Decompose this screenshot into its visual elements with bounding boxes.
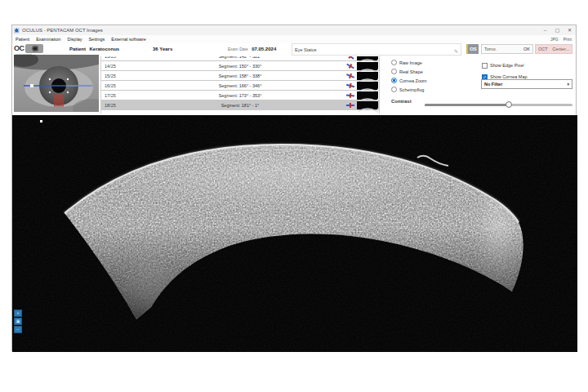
filter-selected-value: No Filter [484, 82, 502, 87]
window-controls: – ▢ ✕ [539, 25, 576, 35]
slider-fill [425, 104, 509, 106]
radio-label: Scheimpflug [399, 87, 424, 92]
segment-label: Segment: 142° - 322° [134, 56, 346, 59]
purkinje-dot-3 [49, 91, 51, 93]
oct-scan-viewport[interactable]: + ▣ − [12, 115, 577, 352]
segment-thumbnail[interactable] [357, 62, 378, 70]
scan-region-marker [55, 95, 64, 106]
radio-label: Raw Image [399, 60, 422, 65]
radio-icon [391, 78, 397, 83]
patient-name-label: Patient [69, 47, 86, 51]
oct-status-box[interactable]: OCT Center... [535, 44, 572, 54]
alignment-dot-marker [40, 120, 42, 122]
segment-direction-icon [345, 80, 355, 90]
segment-label: Segment: 173° - 353° [134, 93, 346, 98]
segment-label: Segment: 158° - 338° [134, 74, 346, 78]
radio-icon [391, 69, 397, 74]
radio-real-shape[interactable]: Real Shape [391, 67, 427, 76]
contrast-label: Contrast [391, 99, 412, 104]
segment-thumbnail[interactable] [357, 82, 378, 90]
exam-info-box[interactable]: Eye Status Exam Info Enter Info... ✎ [292, 43, 461, 56]
tomo-value: OK [523, 47, 530, 51]
minimize-button[interactable]: – [539, 25, 551, 35]
radio-icon [391, 60, 397, 65]
segment-index: 14/25 [101, 64, 134, 69]
segment-thumbnail[interactable] [357, 91, 378, 100]
segment-direction-icon [345, 60, 356, 72]
app-window: OCULUS - PENTACAM OCT Images – ▢ ✕ Patie… [11, 24, 577, 351]
radio-label: Real Shape [399, 69, 423, 74]
segment-index: 17/25 [101, 93, 134, 98]
radio-label: Cornea Zoom [399, 78, 427, 83]
scan-toolbar: + ▣ − [14, 310, 22, 333]
contrast-slider[interactable] [425, 101, 572, 108]
title-bar: OCULUS - PENTACAM OCT Images – ▢ ✕ [12, 25, 576, 35]
eye-camera-image [14, 55, 99, 112]
menu-display[interactable]: Display [64, 37, 85, 42]
segment-thumbnail[interactable] [357, 56, 378, 60]
fixation-dot-marker [30, 84, 34, 88]
edit-pencil-icon[interactable]: ✎ [454, 49, 458, 55]
segment-thumbnail[interactable] [357, 101, 378, 109]
patient-name-value: Keratoconus [89, 47, 119, 51]
oct-label: OCT [538, 47, 548, 51]
maximize-button[interactable]: ▢ [551, 25, 564, 35]
segment-row-18-selected[interactable]: 18/25 Segment: 181° - 1° [101, 100, 379, 110]
segment-row-14[interactable]: 14/25 Segment: 150° - 330° [101, 61, 379, 71]
zoom-out-button[interactable]: − [14, 326, 22, 333]
oct-scan-image [12, 115, 577, 352]
tomo-status-box[interactable]: Tomo. OK [481, 44, 533, 54]
window-title: OCULUS - PENTACAM OCT Images [22, 28, 103, 33]
segment-rows: 13/25 Segment: 142° - 322° 14/25 Segment… [101, 56, 379, 110]
exam-date-label: Exam Date [228, 47, 248, 51]
menu-examination[interactable]: Examination [33, 37, 64, 42]
purkinje-dot-2 [67, 78, 69, 80]
segment-label: Segment: 166° - 346° [134, 83, 346, 88]
print-button[interactable]: Print [564, 37, 572, 42]
filter-dropdown[interactable]: No Filter ▾ [481, 79, 572, 89]
app-icon [14, 28, 20, 33]
slider-thumb[interactable] [506, 101, 512, 108]
checkbox-icon [482, 63, 488, 69]
jpg-export-button[interactable]: JPG [550, 37, 559, 42]
oculus-logo-eye-icon [25, 44, 43, 53]
menu-patient[interactable]: Patient [12, 37, 33, 42]
segment-direction-icon [345, 70, 355, 81]
segment-row-16[interactable]: 16/25 Segment: 166° - 346° [101, 81, 379, 91]
screenshot-root: OCULUS - PENTACAM OCT Images – ▢ ✕ Patie… [0, 0, 588, 392]
purkinje-dot-4 [67, 91, 69, 93]
fit-view-button[interactable]: ▣ [14, 318, 22, 325]
menu-external-software[interactable]: External software [108, 37, 149, 42]
exam-date-value: 07.05.2024 [252, 47, 276, 51]
radio-cornea-zoom[interactable]: Cornea Zoom [391, 76, 427, 85]
segment-index: 18/25 [101, 103, 134, 108]
eye-side-badge: OS [466, 44, 479, 54]
purkinje-dot-1 [49, 78, 51, 80]
chevron-down-icon: ▾ [567, 82, 569, 87]
segment-index: 13/25 [101, 56, 134, 59]
segment-label: Segment: 181° - 1° [134, 103, 346, 108]
checkbox-show-edge-pixel[interactable]: Show Edge Pixel [482, 60, 528, 71]
checkbox-label: Show Edge Pixel [490, 63, 524, 68]
radio-icon [391, 87, 397, 92]
segment-index: 15/25 [101, 74, 134, 78]
zoom-in-button[interactable]: + [14, 310, 22, 317]
segment-row-15[interactable]: 15/25 Segment: 158° - 338° [101, 71, 379, 81]
radio-scheimpflug[interactable]: Scheimpflug [391, 85, 427, 94]
oct-value: Center... [552, 47, 569, 51]
segment-row-17[interactable]: 17/25 Segment: 173° - 353° [101, 91, 379, 100]
segment-thumbnail[interactable] [357, 72, 378, 80]
oculus-logo: OC [14, 44, 43, 53]
segment-label: Segment: 150° - 330° [134, 64, 346, 69]
patient-age-value: 36 Years [153, 47, 172, 51]
segment-list[interactable]: 13/25 Segment: 142° - 322° 14/25 Segment… [100, 56, 380, 114]
tomo-label: Tomo. [484, 47, 497, 51]
radio-raw-image[interactable]: Raw Image [391, 58, 427, 67]
display-mode-group: Raw Image Real Shape Cornea Zoom Scheimp… [391, 58, 427, 94]
segment-direction-icon [345, 91, 354, 100]
segment-index: 16/25 [101, 83, 134, 88]
segment-direction-icon [346, 100, 354, 109]
oculus-logo-text: OC [14, 44, 24, 52]
close-button[interactable]: ✕ [564, 25, 576, 35]
